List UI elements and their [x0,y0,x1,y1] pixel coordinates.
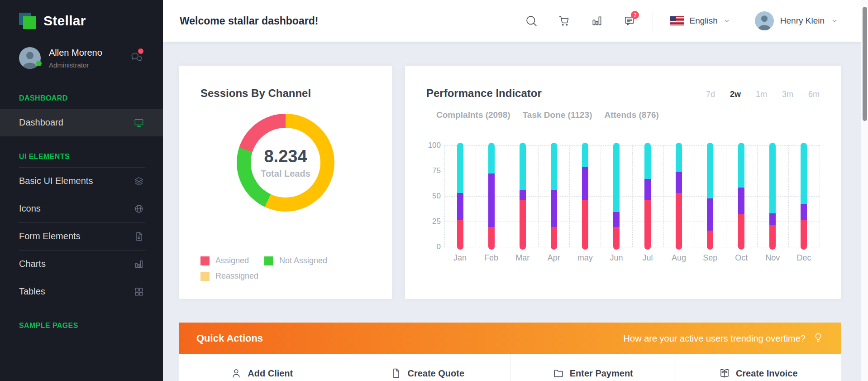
x-axis: JanFebMarAprmayJunJulAugSepOctNovDec [444,253,820,263]
x-tick-label: Feb [476,253,507,263]
stacked-bar-nov [769,143,776,250]
sidebar-item-label: Charts [19,259,46,269]
bar-segment-complaints-2098 [582,200,588,250]
time-range-filters: 7d2w1m3m6m [706,90,820,99]
x-tick-label: Apr [538,253,569,263]
stacked-bar-jul [644,143,651,250]
sidebar-profile: Allen Moreno Administrator [0,42,163,76]
file-icon [391,368,401,379]
brand[interactable]: Stellar [0,0,163,42]
gridline [569,145,570,247]
bar-segment-attends-876 [551,143,557,190]
bar-segment-task-done-1123 [676,172,682,193]
sidebar-item-dashboard[interactable]: Dashboard [0,109,163,136]
user-menu[interactable]: Henry Klein [755,11,838,30]
gridline [663,145,664,247]
total-leads-label: Total Leads [261,169,310,179]
chat-bubbles-icon[interactable] [130,51,142,65]
page-title: Welcome stallar dashboard! [180,15,318,27]
quick-action-buttons: Add ClientCreate QuoteEnter PaymentCreat… [179,354,841,381]
bar-segment-complaints-2098 [551,227,557,250]
legend-swatch [264,256,273,265]
filter-7d[interactable]: 7d [706,90,715,99]
create-quote-button[interactable]: Create Quote [345,354,510,381]
stacked-bar-may [582,143,588,250]
stacked-bar-aug [676,143,682,250]
stacked-bar-feb [488,143,495,250]
stacked-bar-jan [457,143,463,250]
scrollbar-thumb[interactable] [863,7,867,121]
filter-1m[interactable]: 1m [756,90,767,99]
bar-segment-attends-876 [676,143,682,172]
enter-payment-button[interactable]: Enter Payment [510,354,676,381]
stacked-bar-dec [801,143,807,250]
quick-actions-title: Quick Actions [196,333,263,344]
profile-avatar[interactable] [19,47,41,69]
x-tick-label: Dec [788,253,820,263]
gridline [726,145,726,247]
sidebar-item-tables[interactable]: Tables [0,278,163,305]
x-tick-label: Sep [695,253,726,263]
quick-actions: Quick Actions How are your active users … [179,323,841,381]
sidebar-item-basic-ui-elements[interactable]: Basic UI Elements [0,167,163,195]
bar-segment-complaints-2098 [613,227,620,250]
scrollbar[interactable] [861,0,868,381]
stellar-logo-icon [19,11,38,30]
file-text-icon [134,231,144,241]
filter-3m[interactable]: 3m [782,90,793,99]
gridline [476,145,476,247]
monitor-icon [134,118,144,128]
search-icon[interactable] [525,14,538,27]
profile-name: Allen Moreno [49,48,102,58]
filter-2w[interactable]: 2w [730,90,741,99]
sidebar-item-form-elements[interactable]: Form Elements [0,222,163,250]
bar-segment-task-done-1123 [457,193,463,220]
sidebar-item-icons[interactable]: Icons [0,195,163,222]
gridline [538,145,539,247]
bar-segment-task-done-1123 [801,204,807,220]
bar-segment-complaints-2098 [707,231,713,250]
bar-chart-icon[interactable] [591,15,603,27]
x-tick-label: Jul [632,253,663,263]
gridline [507,145,507,247]
bar-segment-complaints-2098 [520,200,526,250]
y-tick-label: 50 [432,192,441,201]
bar-segment-attends-876 [738,143,744,188]
bar-chart-icon [134,259,144,269]
card-title: Sessions By Channel [200,87,371,100]
chat-icon[interactable]: 7 [624,15,635,27]
sidebar-item-charts[interactable]: Charts [0,250,163,278]
plot [444,145,820,247]
cart-icon[interactable] [558,15,570,27]
add-client-button[interactable]: Add Client [179,354,345,381]
y-tick-label: 25 [432,217,441,226]
nav-section-header-dashboard: DASHBOARD [0,76,163,109]
gridline [695,145,695,247]
filter-6m[interactable]: 6m [808,90,820,99]
y-tick-label: 100 [428,141,441,150]
language-selector[interactable]: English [670,16,730,26]
logo-front-square [23,16,36,29]
stacked-bar-chart: 0255075100 JanFebMarAprmayJunJulAugSepOc… [426,145,820,263]
stacked-bar-apr [551,143,557,250]
bar-segment-complaints-2098 [801,220,807,250]
bar-segment-complaints-2098 [644,200,651,250]
gridline [601,145,601,247]
lightbulb-icon [813,332,824,345]
us-flag-icon [670,16,684,25]
button-label: Add Client [248,368,293,379]
donut-chart: 8.234 Total Leads [237,114,334,212]
grid-icon [134,287,144,297]
bar-segment-task-done-1123 [520,190,526,201]
sidebar-nav: DASHBOARDDashboardUI ELEMENTSBasic UI El… [0,76,163,336]
layers-icon [134,176,144,186]
x-tick-label: Jun [601,253,632,263]
bar-segment-task-done-1123 [707,198,713,231]
create-invoice-button[interactable]: Create Invoice [676,354,841,381]
series-label-task-done-1123: Task Done (1123) [523,110,592,120]
language-label: English [689,16,717,26]
gridline [820,145,820,247]
bar-segment-attends-876 [707,143,713,198]
bar-segment-attends-876 [488,143,495,174]
stacked-bar-oct [738,143,744,250]
